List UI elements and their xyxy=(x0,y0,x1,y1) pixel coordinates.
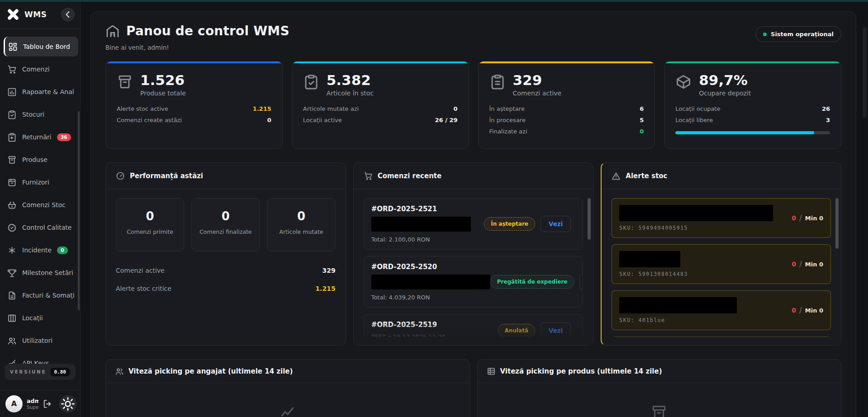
stat-row: Locații ocupate 26 xyxy=(675,103,830,114)
stat-rows: Alerte stoc active 1.215 Comenzi create … xyxy=(117,103,271,126)
sidebar-item-label: Control Calitate xyxy=(22,224,71,231)
sidebar-item-badge-check[interactable]: Control Calitate xyxy=(4,218,78,237)
package-icon xyxy=(675,74,692,90)
performance-panel: Performanță astăzi 0 Comenzi primite 0 C… xyxy=(105,162,346,346)
stat-value: 89,7% xyxy=(699,72,751,88)
sidebar-item-basket[interactable]: Comenzi Stoc xyxy=(4,195,78,215)
user-name: admin xyxy=(27,398,38,404)
stat-row: În procesare 5 xyxy=(489,114,644,126)
performance-tile: 0 Comenzi primite xyxy=(116,198,184,251)
sidebar-item-columns[interactable]: Locații xyxy=(4,308,78,328)
sidebar-item-trophy[interactable]: Milestone Setări xyxy=(4,263,78,283)
stock-alert-item[interactable]: SKU: 5949494005915 0 / Min 0 xyxy=(612,198,831,238)
alert-quantity: 0 / Min 0 xyxy=(786,213,823,223)
performance-tile: 0 Comenzi finalizate xyxy=(191,198,260,251)
performance-row-label: Comenzi active xyxy=(116,267,165,274)
alerts-scrollbar[interactable] xyxy=(835,198,839,249)
performance-title: Performanță astăzi xyxy=(130,172,203,180)
sidebar-footer: A admin Super Admin xyxy=(0,390,80,417)
box-icon xyxy=(650,404,668,417)
alert-sku: SKU: 5949494005915 xyxy=(619,225,773,231)
alert-min-value: Min 0 xyxy=(805,215,823,222)
page-scrollbar[interactable] xyxy=(863,27,867,118)
welcome-text: Bine ai venit, admin! xyxy=(105,44,289,51)
box-icon xyxy=(117,74,133,90)
sidebar-item-badge: 0 xyxy=(57,246,68,254)
sidebar-item-key[interactable]: API Keys xyxy=(4,353,78,365)
box-icon xyxy=(7,155,17,165)
alert-redacted-product xyxy=(619,297,737,313)
wms-app: WMS Tablou de Bord Comenzi Rapoarte & An… xyxy=(0,0,868,417)
sidebar-item-users[interactable]: Utilizatori xyxy=(4,331,78,351)
tile-label: Comenzi primite xyxy=(118,228,182,235)
sidebar-item-label: Produse xyxy=(22,156,47,163)
logout-icon[interactable] xyxy=(43,399,52,409)
performance-row-label: Alerte stoc critice xyxy=(116,285,171,292)
warehouse-icon xyxy=(105,24,120,38)
gauge-icon xyxy=(116,171,125,180)
middle-panels: Performanță astăzi 0 Comenzi primite 0 C… xyxy=(105,162,841,346)
sidebar-item-label: Returnări xyxy=(22,133,52,141)
stat-label: Articole în stoc xyxy=(327,90,374,97)
sidebar-item-clipboard-check[interactable]: Stocuri xyxy=(4,104,78,124)
orders-scrollbar[interactable] xyxy=(588,198,591,240)
stat-row-label: Articole mutate azi xyxy=(303,105,359,112)
sidebar-collapse-button[interactable] xyxy=(61,8,75,21)
view-order-button[interactable]: Vezi xyxy=(541,322,571,337)
top-accent-line xyxy=(0,0,868,2)
sidebar-item-asterisk[interactable]: Incidente 0 xyxy=(4,240,78,260)
order-item[interactable]: #ORD-2025-2521 Total: 2.100,00 RON În aș… xyxy=(364,198,583,250)
stock-alert-item[interactable]: SKU: 5901308014483 0 / Min 0 xyxy=(612,244,831,284)
stat-row-label: Alerte stoc active xyxy=(117,105,168,112)
sidebar-scrollbar[interactable] xyxy=(78,111,80,310)
sidebar-item-dashboard[interactable]: Tablou de Bord xyxy=(4,37,78,57)
recent-orders-panel: Comenzi recente #ORD-2025-2521 Total: 2.… xyxy=(353,162,594,346)
sidebar-item-badge: 36 xyxy=(57,133,71,141)
version-number: 0.80 xyxy=(50,368,71,376)
stat-accent-bar xyxy=(106,62,282,63)
stat-row: Alerte stoc active 1.215 xyxy=(117,103,271,114)
stat-value: 1.526 xyxy=(140,72,186,88)
stat-rows: În așteptare 6 În procesare 5 Finalizate… xyxy=(489,103,644,137)
performance-tiles: 0 Comenzi primite 0 Comenzi finalizate 0… xyxy=(116,198,336,251)
sidebar-item-file-text[interactable]: Facturi & Somații xyxy=(4,285,78,305)
trend-line-icon xyxy=(279,404,296,417)
stat-row-value: 6 xyxy=(640,105,644,112)
status-label: Sistem operațional xyxy=(771,31,834,38)
sidebar-item-chart[interactable]: Rapoarte & Analize xyxy=(4,82,78,102)
main-content: Panou de control WMS Bine ai venit, admi… xyxy=(81,0,868,417)
stat-cards: 1.526 Produse totale Alerte stoc active … xyxy=(105,61,841,149)
order-item[interactable]: #ORD-2025-2520 Total: 4.039,20 RON Pregă… xyxy=(364,256,583,308)
view-order-button[interactable]: Vezi xyxy=(579,274,583,290)
view-order-button[interactable]: Vezi xyxy=(541,216,571,232)
order-item[interactable]: #ORD-2025-2519 TEST • 19.12.2025 11:20 A… xyxy=(364,314,583,337)
theme-toggle-button[interactable] xyxy=(59,395,76,412)
picking-by-product-title: Viteză picking pe produs (ultimele 14 zi… xyxy=(500,367,662,375)
clipboard-return-icon xyxy=(7,133,17,142)
avatar[interactable]: A xyxy=(5,395,23,412)
order-id: #ORD-2025-2521 xyxy=(371,205,471,213)
alert-qty-value: 0 xyxy=(792,214,796,222)
sidebar-item-label: Incidente xyxy=(22,246,52,254)
stat-row-label: Comenzi create astăzi xyxy=(117,117,182,123)
stock-alert-item[interactable]: SKU: 401blue 0 / Min 0 xyxy=(612,290,831,330)
sidebar-item-label: Tablou de Bord xyxy=(23,43,70,50)
sidebar-item-cabinet[interactable]: Furnizori xyxy=(4,172,78,192)
sidebar-item-clipboard-return[interactable]: Returnări 36 xyxy=(4,127,78,147)
sidebar-item-cart[interactable]: Comenzi xyxy=(4,59,78,79)
stat-rows: Locații ocupate 26 Locații libere 3 xyxy=(675,103,830,126)
user-role: Super Admin xyxy=(27,404,38,410)
sidebar-item-label: Milestone Setări xyxy=(22,269,73,276)
sidebar-item-box[interactable]: Produse xyxy=(4,150,78,170)
picking-by-employee-title: Viteză picking pe angajat (ultimele 14 z… xyxy=(128,367,293,375)
stat-card: 1.526 Produse totale Alerte stoc active … xyxy=(105,61,283,149)
clipboard-list-icon xyxy=(489,74,506,90)
stat-row: Articole mutate azi 0 xyxy=(303,103,458,114)
file-text-icon xyxy=(7,291,17,300)
warning-icon xyxy=(612,171,621,180)
sidebar: WMS Tablou de Bord Comenzi Rapoarte & An… xyxy=(0,0,81,417)
sidebar-item-label: Furnizori xyxy=(22,179,49,186)
badge-check-icon xyxy=(7,223,17,232)
alert-redacted-product xyxy=(619,251,680,267)
sidebar-item-label: Rapoarte & Analize xyxy=(22,88,75,95)
